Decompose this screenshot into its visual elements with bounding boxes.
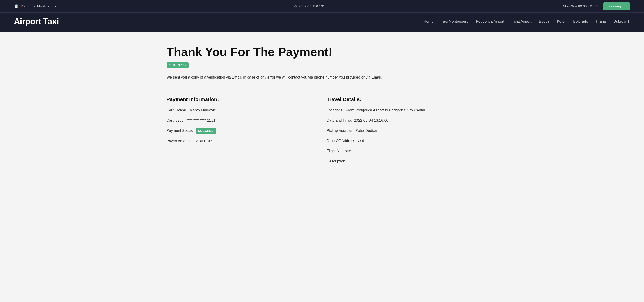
phone-text: +382 69 110 101 [299,4,325,8]
nav-item-dubrovnik[interactable]: Dubrovnik [613,19,630,24]
description-row: Description: [327,158,478,164]
flight-row: Flight Number: [327,148,478,154]
dropoff-label: Drop Off Address: [327,139,356,143]
payment-status-label: Payment Status: [166,129,194,133]
card-holder-value: Marko Markovic [190,108,216,112]
pickup-row: Pickup Address: Petra Dedica [327,128,478,134]
nav-item-tivat-airport[interactable]: Tivat Airport [512,19,532,24]
phone-icon: ✆ [294,4,297,8]
nav-link-podgorica-airport[interactable]: Podgorica Airport [476,19,504,23]
book-icon: 📋 [14,4,18,8]
locations-label: Locations: [327,108,344,112]
nav-link-tirana[interactable]: Tirana [596,19,606,23]
date-time-label: Date and Time: [327,119,352,122]
date-time-row: Date and Time: 2022-06-04 13:16:00 [327,118,478,123]
dropoff-value: asd [358,139,364,143]
nav-item-taxi-montenegro[interactable]: Taxi Montenegro [441,19,468,24]
nav-link-tivat-airport[interactable]: Tivat Airport [512,19,532,23]
payment-status-badge: SUCCESS [196,128,216,134]
nav-menu: Home Taxi Montenegro Podgorica Airport T… [424,19,630,24]
date-time-value: 2022-06-04 13:16:00 [354,119,388,122]
status-badge: SUCCESS [166,62,188,68]
locations-value: From Podgorica Airport to Podgorica City… [346,108,425,112]
card-holder-label: Card Holder: [166,108,188,112]
card-used-value: **** **** **** 1111 [187,119,216,122]
brand-logo[interactable]: Airport Taxi [14,17,59,26]
confirmation-text: We sent you a copy of a verification via… [166,74,478,80]
nav-link-budva[interactable]: Budva [539,19,550,23]
payed-amount-row: Payed Amount: 12.36 EUR [166,138,318,144]
dropoff-row: Drop Off Address: asd [327,138,478,144]
nav-link-dubrovnik[interactable]: Dubrovnik [613,19,630,23]
nav-item-budva[interactable]: Budva [539,19,550,24]
navbar: Airport Taxi Home Taxi Montenegro Podgor… [0,12,644,31]
locations-row: Locations: From Podgorica Airport to Pod… [327,108,478,113]
nav-item-tirana[interactable]: Tirana [596,19,606,24]
top-bar-right: Mon-Sun 00.00 - 24.00 Language [563,2,630,10]
payment-info-heading: Payment Information: [166,96,318,102]
payed-amount-label: Payed Amount: [166,139,192,143]
card-holder-row: Card Holder: Marko Markovic [166,108,318,113]
travel-details-section: Travel Details: Locations: From Podgoric… [327,96,478,169]
nav-link-belgrade[interactable]: Belgrade [573,19,588,23]
payed-amount-value: 12.36 EUR [194,139,212,143]
nav-item-home[interactable]: Home [424,19,434,24]
nav-item-podgorica-airport[interactable]: Podgorica Airport [476,19,504,24]
payment-status-row: Payment Status: SUCCESS [166,128,318,134]
details-grid: Payment Information: Card Holder: Marko … [166,96,478,169]
section-divider [166,88,478,88]
language-button[interactable]: Language [603,2,630,10]
nav-link-home[interactable]: Home [424,19,434,23]
top-bar: 📋 Podgorica Montenegro ✆ +382 69 110 101… [0,0,644,12]
main-content: Thank You For The Payment! SUCCESS We se… [148,31,496,187]
nav-item-belgrade[interactable]: Belgrade [573,19,588,24]
nav-link-taxi-montenegro[interactable]: Taxi Montenegro [441,19,468,23]
location-text: Podgorica Montenegro [20,4,56,8]
card-used-row: Card used: **** **** **** 1111 [166,118,318,123]
hours-text: Mon-Sun 00.00 - 24.00 [563,4,598,8]
nav-item-kotor[interactable]: Kotor [557,19,566,24]
flight-label: Flight Number: [327,149,351,153]
phone-info: ✆ +382 69 110 101 [294,4,325,8]
nav-link-kotor[interactable]: Kotor [557,19,566,23]
location-info: 📋 Podgorica Montenegro [14,4,56,8]
pickup-label: Pickup Address: [327,129,354,133]
card-used-label: Card used: [166,119,185,122]
payment-info-section: Payment Information: Card Holder: Marko … [166,96,318,169]
page-title: Thank You For The Payment! [166,45,478,59]
travel-details-heading: Travel Details: [327,96,478,102]
pickup-value: Petra Dedica [355,129,377,133]
description-label: Description: [327,159,346,163]
